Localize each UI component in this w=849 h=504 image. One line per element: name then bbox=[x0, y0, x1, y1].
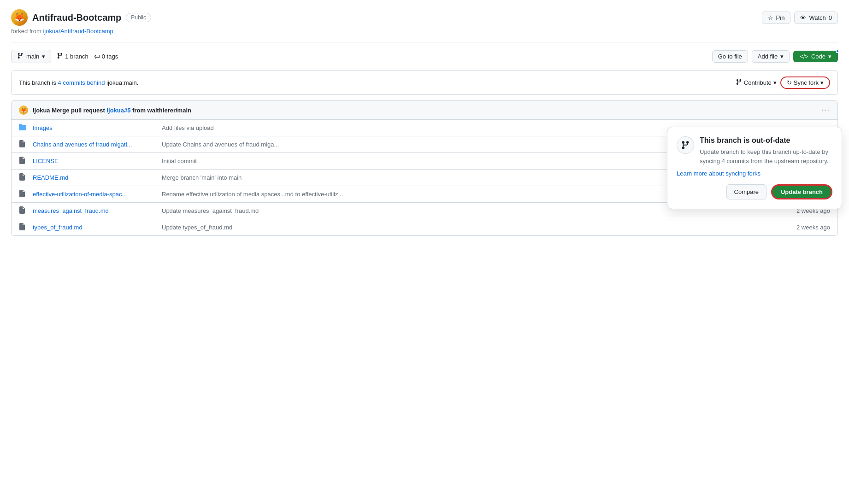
sync-fork-label: Sync fork bbox=[794, 79, 819, 86]
popup-actions: Compare Update branch bbox=[677, 184, 832, 199]
code-button[interactable]: </> Code ▾ bbox=[793, 51, 838, 62]
sync-bar-actions: Contribute ▾ ↻ Sync fork ▾ bbox=[736, 76, 830, 89]
eye-icon: 👁 bbox=[800, 14, 806, 21]
commits-behind-link[interactable]: 4 commits behind bbox=[58, 79, 105, 86]
repo-header: 🦊 Antifraud-Bootcamp Public ☆ Pin 👁 Watc… bbox=[11, 9, 838, 26]
watch-count: 0 bbox=[829, 14, 832, 21]
forked-from-link[interactable]: ijokua/Antifraud-Bootcamp bbox=[43, 28, 113, 35]
commit-user-avatar: 🦊 bbox=[19, 105, 28, 115]
code-icon: </> bbox=[800, 53, 808, 60]
file-time: 2 weeks ago bbox=[775, 224, 830, 231]
commit-suffix: from walthierer/main bbox=[132, 107, 191, 114]
branch-bar-right: Go to file Add file ▾ </> Code ▾ bbox=[712, 50, 838, 63]
forked-from: forked from ijokua/Antifraud-Bootcamp bbox=[11, 28, 838, 35]
commit-header: 🦊 ijokua Merge pull request ijokua#5 fro… bbox=[12, 101, 837, 120]
header-divider bbox=[11, 42, 838, 42]
chevron-down-icon: ▾ bbox=[42, 53, 45, 60]
commit-link[interactable]: ijokua#5 bbox=[106, 107, 130, 114]
contribute-icon bbox=[736, 79, 742, 87]
behind-text: This branch is bbox=[19, 79, 56, 86]
contribute-chevron: ▾ bbox=[773, 79, 777, 86]
branches-icon bbox=[57, 53, 63, 60]
code-label: Code bbox=[811, 53, 825, 60]
watch-label: Watch bbox=[809, 14, 825, 21]
popup-header: This branch is out-of-date Update branch… bbox=[677, 136, 832, 165]
folder-name-link[interactable]: Images bbox=[33, 124, 162, 131]
sync-icon: ↻ bbox=[787, 79, 792, 86]
chevron-down-icon: ▾ bbox=[780, 53, 784, 60]
branch-selector[interactable]: main ▾ bbox=[11, 50, 51, 63]
repo-avatar: 🦊 bbox=[11, 9, 28, 26]
watch-button[interactable]: 👁 Watch 0 bbox=[794, 12, 838, 24]
behind-suffix: ijokua:main. bbox=[106, 79, 138, 86]
branch-name: main bbox=[26, 53, 39, 60]
file-name-link[interactable]: types_of_fraud.md bbox=[33, 224, 162, 231]
repo-name: Antifraud-Bootcamp bbox=[32, 12, 121, 23]
file-icon bbox=[19, 206, 28, 215]
update-branch-button[interactable]: Update branch bbox=[771, 184, 832, 199]
popup-git-icon bbox=[677, 136, 694, 154]
file-name-link[interactable]: measures_against_fraud.md bbox=[33, 207, 162, 214]
go-to-file-label: Go to file bbox=[718, 53, 742, 60]
pin-icon: ☆ bbox=[768, 14, 773, 21]
commit-user: ijokua bbox=[33, 107, 50, 114]
public-badge: Public bbox=[126, 13, 151, 22]
branch-count-link[interactable]: 1 branch bbox=[57, 53, 88, 60]
table-row: types_of_fraud.mdUpdate types_of_fraud.m… bbox=[12, 219, 837, 235]
sync-chevron: ▾ bbox=[820, 79, 824, 86]
file-name-link[interactable]: Chains and avenues of fraud migati... bbox=[33, 141, 162, 148]
file-icon bbox=[19, 190, 28, 199]
tag-icon: 🏷 bbox=[94, 53, 100, 60]
header-actions: ☆ Pin 👁 Watch 0 bbox=[762, 12, 838, 24]
file-name-link[interactable]: README.md bbox=[33, 174, 162, 181]
file-icon bbox=[19, 140, 28, 149]
notification-dot bbox=[836, 49, 839, 53]
file-commit-message: Update types_of_fraud.md bbox=[162, 224, 775, 231]
popup-text: This branch is out-of-date Update branch… bbox=[700, 136, 832, 165]
go-to-file-button[interactable]: Go to file bbox=[712, 50, 748, 63]
file-icon bbox=[19, 157, 28, 165]
repo-title-section: 🦊 Antifraud-Bootcamp Public bbox=[11, 9, 151, 26]
popup-description: Update branch to keep this branch up-to-… bbox=[700, 147, 832, 165]
folder-icon bbox=[19, 123, 28, 132]
sync-fork-button[interactable]: ↻ Sync fork ▾ bbox=[780, 76, 830, 89]
popup-title: This branch is out-of-date bbox=[700, 136, 832, 145]
contribute-button[interactable]: Contribute ▾ bbox=[736, 79, 777, 87]
file-table: 🦊 ijokua Merge pull request ijokua#5 fro… bbox=[11, 100, 838, 236]
tags-count-link[interactable]: 🏷 0 tags bbox=[94, 53, 118, 60]
file-name-link[interactable]: effective-utilization-of-media-spac... bbox=[33, 191, 162, 198]
tags-count: 0 tags bbox=[102, 53, 118, 60]
sync-bar: This branch is 4 commits behind ijokua:m… bbox=[11, 70, 838, 95]
file-icon bbox=[19, 173, 28, 182]
sync-fork-popup: This branch is out-of-date Update branch… bbox=[667, 127, 842, 209]
compare-button[interactable]: Compare bbox=[726, 184, 766, 199]
branch-bar-left: main ▾ 1 branch 🏷 0 tags bbox=[11, 50, 118, 63]
branch-count: 1 branch bbox=[65, 53, 88, 60]
contribute-label: Contribute bbox=[744, 79, 772, 86]
add-file-label: Add file bbox=[758, 53, 778, 60]
sync-bar-message: This branch is 4 commits behind ijokua:m… bbox=[19, 79, 138, 86]
pin-label: Pin bbox=[776, 14, 785, 21]
branch-icon bbox=[17, 53, 24, 60]
chevron-down-icon: ▾ bbox=[828, 53, 831, 60]
pin-button[interactable]: ☆ Pin bbox=[762, 12, 791, 24]
commit-info: ijokua Merge pull request ijokua#5 from … bbox=[33, 107, 191, 114]
file-name-link[interactable]: LICENSE bbox=[33, 158, 162, 164]
file-icon bbox=[19, 223, 28, 232]
more-options-button[interactable]: ··· bbox=[821, 106, 830, 114]
branch-bar: main ▾ 1 branch 🏷 0 tags Go to file Add … bbox=[11, 50, 838, 63]
add-file-button[interactable]: Add file ▾ bbox=[752, 50, 790, 63]
popup-learn-more-link[interactable]: Learn more about syncing forks bbox=[677, 170, 832, 177]
commit-message: Merge pull request bbox=[52, 107, 105, 114]
